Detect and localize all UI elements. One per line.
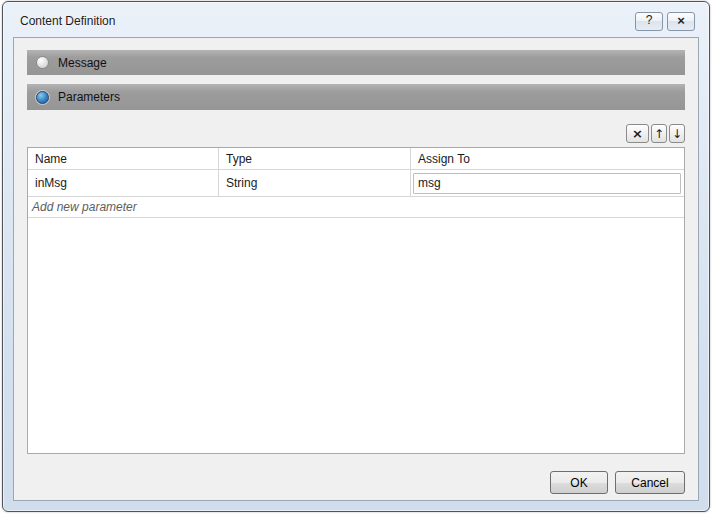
arrow-up-icon: ↑ [654,128,664,140]
close-button[interactable]: × [667,12,695,31]
section-header-message[interactable]: Message [27,50,685,75]
table-row[interactable]: inMsg String [28,170,684,197]
delete-icon: × [632,127,643,140]
parameters-table: Name Type Assign To inMsg String Add new… [27,147,685,454]
column-header-type[interactable]: Type [219,148,411,169]
move-up-button[interactable]: ↑ [651,124,667,143]
cell-type[interactable]: String [219,170,411,196]
column-header-name[interactable]: Name [28,148,219,169]
titlebar[interactable]: Content Definition ? × [3,2,709,37]
cell-assign-to [411,170,684,196]
parameters-section-label: Parameters [58,90,120,104]
content-definition-dialog: Content Definition ? × Message Parameter… [2,1,710,512]
assign-to-input[interactable] [413,173,681,194]
window-title: Content Definition [20,14,115,28]
parameters-toolbar: × ↑ ↓ [27,124,685,143]
message-section-label: Message [58,56,107,70]
help-button[interactable]: ? [635,12,663,31]
move-down-button[interactable]: ↓ [669,124,685,143]
dialog-content: Message Parameters × ↑ ↓ Name Type Assig… [13,37,699,501]
parameters-radio[interactable] [36,91,49,104]
ok-button[interactable]: OK [550,471,608,494]
column-header-assign-to[interactable]: Assign To [411,148,684,169]
arrow-down-icon: ↓ [672,128,682,140]
cell-name[interactable]: inMsg [28,170,219,196]
table-empty-area [28,218,684,453]
titlebar-buttons: ? × [635,12,695,31]
close-icon: × [677,14,685,27]
section-header-parameters[interactable]: Parameters [27,84,685,110]
add-new-parameter-row[interactable]: Add new parameter [28,197,684,218]
delete-parameter-button[interactable]: × [626,124,649,143]
table-header-row: Name Type Assign To [28,148,684,170]
footer: OK Cancel [27,471,685,494]
help-icon: ? [646,14,653,26]
message-radio[interactable] [36,56,49,69]
cancel-button[interactable]: Cancel [615,471,685,494]
